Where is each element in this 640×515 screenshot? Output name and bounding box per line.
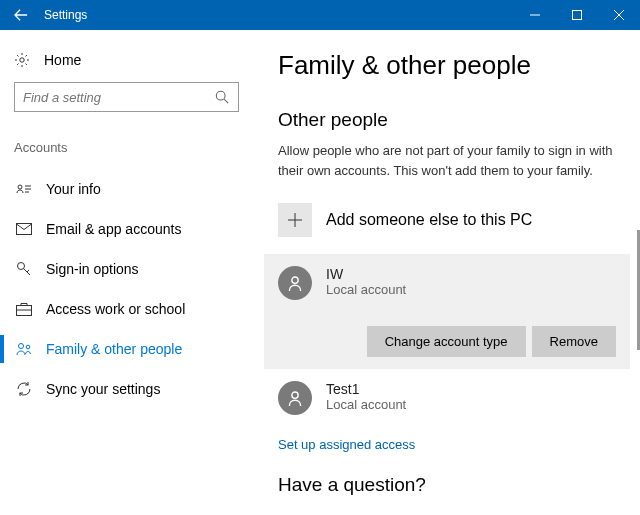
home-label: Home <box>44 52 81 68</box>
svg-point-12 <box>26 345 30 349</box>
home-button[interactable]: Home <box>14 52 252 68</box>
back-button[interactable] <box>0 0 42 30</box>
person-name: Test1 <box>326 381 406 397</box>
person-type: Local account <box>326 397 406 412</box>
people-icon <box>16 341 32 357</box>
close-button[interactable] <box>598 0 640 30</box>
nav-label: Family & other people <box>46 341 182 357</box>
svg-point-5 <box>216 91 225 100</box>
person-name: IW <box>326 266 406 282</box>
section-description: Allow people who are not part of your fa… <box>278 141 616 180</box>
mail-icon <box>16 221 32 237</box>
sidebar-item-work-school[interactable]: Access work or school <box>14 289 252 329</box>
svg-point-4 <box>20 58 24 62</box>
person-item-selected[interactable]: IW Local account Change account type Rem… <box>264 254 630 369</box>
svg-line-6 <box>224 99 228 103</box>
nav-label: Sign-in options <box>46 261 139 277</box>
page-title: Family & other people <box>278 50 616 81</box>
sidebar-item-sync[interactable]: Sync your settings <box>14 369 252 409</box>
briefcase-icon <box>16 301 32 317</box>
section-heading: Other people <box>278 109 616 131</box>
person-item[interactable]: Test1 Local account <box>264 369 630 427</box>
assigned-access-link[interactable]: Set up assigned access <box>278 437 415 452</box>
svg-point-16 <box>292 392 298 398</box>
section-label: Accounts <box>14 140 252 155</box>
sidebar: Home Accounts Your info Email & app acco… <box>0 30 252 515</box>
window-controls <box>514 0 640 30</box>
search-input[interactable] <box>23 90 214 105</box>
gear-icon <box>14 52 30 68</box>
question-heading: Have a question? <box>278 474 616 496</box>
sidebar-item-family[interactable]: Family & other people <box>14 329 252 369</box>
avatar-icon <box>278 266 312 300</box>
person-type: Local account <box>326 282 406 297</box>
add-someone-button[interactable]: Add someone else to this PC <box>278 196 616 244</box>
add-label: Add someone else to this PC <box>326 211 532 229</box>
svg-point-7 <box>18 185 22 189</box>
sidebar-item-signin[interactable]: Sign-in options <box>14 249 252 289</box>
titlebar: Settings <box>0 0 640 30</box>
nav-label: Access work or school <box>46 301 185 317</box>
svg-point-9 <box>18 263 25 270</box>
nav-label: Email & app accounts <box>46 221 181 237</box>
sidebar-item-your-info[interactable]: Your info <box>14 169 252 209</box>
window-title: Settings <box>44 8 87 22</box>
minimize-button[interactable] <box>514 0 556 30</box>
sidebar-item-email[interactable]: Email & app accounts <box>14 209 252 249</box>
sync-icon <box>16 381 32 397</box>
remove-button[interactable]: Remove <box>532 326 616 357</box>
nav-label: Sync your settings <box>46 381 160 397</box>
nav-label: Your info <box>46 181 101 197</box>
key-icon <box>16 261 32 277</box>
svg-point-15 <box>292 277 298 283</box>
search-box[interactable] <box>14 82 239 112</box>
search-icon <box>214 89 230 105</box>
svg-rect-1 <box>573 11 582 20</box>
maximize-button[interactable] <box>556 0 598 30</box>
main-panel: Family & other people Other people Allow… <box>252 30 640 515</box>
plus-icon <box>278 203 312 237</box>
avatar-icon <box>278 381 312 415</box>
person-card-icon <box>16 181 32 197</box>
change-account-type-button[interactable]: Change account type <box>367 326 526 357</box>
svg-point-11 <box>19 344 24 349</box>
